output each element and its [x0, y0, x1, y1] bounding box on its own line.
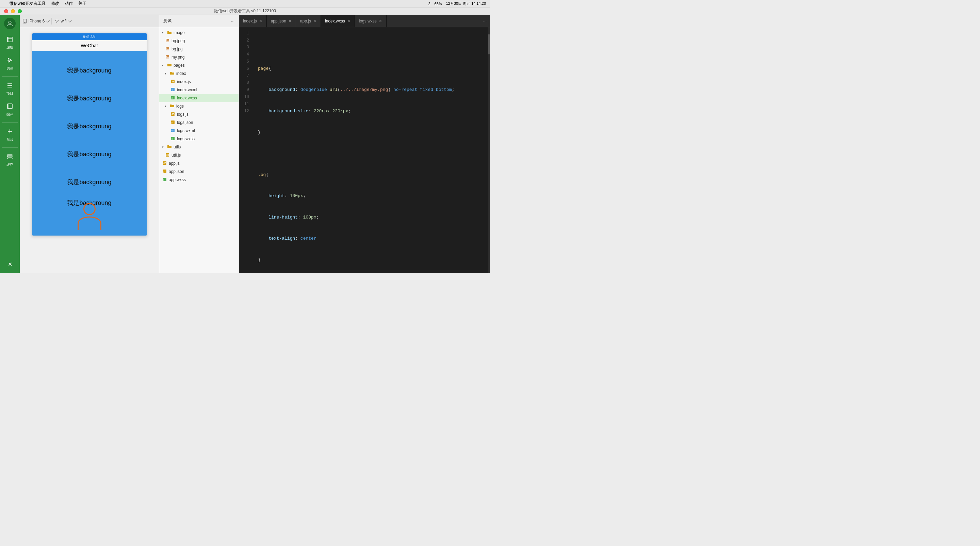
- close-icon: ✕: [8, 261, 12, 267]
- file-tree-more[interactable]: ···: [231, 19, 234, 24]
- tree-file-logswxml[interactable]: </> logs.wxml: [159, 127, 239, 135]
- tree-file-logswxss[interactable]: {} logs.wxss: [159, 135, 239, 143]
- svg-point-0: [8, 21, 11, 24]
- svg-text:</>: </>: [171, 89, 173, 91]
- sidebar-item-close[interactable]: ✕: [0, 258, 20, 270]
- image-icon-2: [165, 47, 170, 52]
- tree-folder-logs[interactable]: ▾ logs: [159, 102, 239, 110]
- tree-label-mypng: my.png: [172, 55, 185, 60]
- tree-file-logsjs[interactable]: JS logs.js: [159, 110, 239, 118]
- tree-file-logsjson[interactable]: {} logs.json: [159, 118, 239, 127]
- sidebar-label-edit: 编辑: [6, 45, 13, 50]
- app-name[interactable]: 微信web开发者工具: [10, 1, 46, 6]
- avatar: [4, 18, 16, 29]
- phone-text-3: 我是backgroung: [67, 122, 111, 131]
- left-sidebar: 编辑 调试 项目: [0, 15, 20, 273]
- device-selector[interactable]: iPhone 6: [22, 19, 49, 24]
- backend-icon: [6, 128, 13, 137]
- tree-file-indexjs[interactable]: JS index.js: [159, 78, 239, 86]
- tree-label-appjson: app.json: [169, 169, 184, 174]
- tree-label-indexwxml: index.wxml: [177, 88, 197, 92]
- code-line-10: text-align: center: [258, 235, 482, 242]
- sidebar-item-edit[interactable]: 编辑: [0, 33, 20, 53]
- tree-file-indexwxss[interactable]: {} index.wxss: [159, 94, 239, 102]
- code-line-9: line-height: 100px;: [258, 214, 482, 221]
- tab-close-indexwxss[interactable]: ✕: [347, 19, 350, 24]
- tree-file-indexwxml[interactable]: </> index.wxml: [159, 86, 239, 94]
- code-line-6: [258, 150, 482, 158]
- phone-text-row-3: 我是backgroung: [32, 112, 147, 140]
- phone-titlebar: WeChat: [32, 40, 147, 51]
- wxml-icon-indexwxml: </>: [170, 88, 176, 92]
- wxss-icon-appwxss: {}: [162, 177, 167, 183]
- datetime: 12月30日 周五 14:14:20: [446, 1, 486, 6]
- sidebar-item-cache[interactable]: 缓存: [0, 150, 20, 170]
- maximize-button[interactable]: [18, 9, 22, 13]
- tab-close-indexjs[interactable]: ✕: [259, 19, 262, 24]
- svg-rect-8: [8, 104, 12, 108]
- menu-edit[interactable]: 修改: [51, 1, 59, 6]
- tree-file-utiljs[interactable]: JS util.js: [159, 151, 239, 159]
- file-tree-title: 测试: [163, 18, 172, 24]
- tab-appjs[interactable]: app.js ✕: [296, 15, 321, 27]
- tree-label-index: index: [176, 71, 186, 76]
- code-line-7: .bg{: [258, 172, 482, 179]
- phone-text-row-2: 我是backgroung: [32, 84, 147, 112]
- tree-label-indexwxss: index.wxss: [177, 96, 197, 100]
- tab-close-appjs[interactable]: ✕: [313, 19, 317, 24]
- sidebar-item-debug[interactable]: 调试: [0, 54, 20, 73]
- window-controls[interactable]: [4, 9, 22, 13]
- tree-file-bgjpeg[interactable]: bg.jpeg: [159, 37, 239, 45]
- network-chevron: [68, 18, 72, 22]
- tree-folder-pages[interactable]: ▾ pages: [159, 61, 239, 70]
- svg-text:{}: {}: [163, 179, 165, 181]
- tab-overflow-menu[interactable]: ···: [480, 19, 490, 24]
- simulator-toolbar: iPhone 6 wifi: [20, 15, 159, 27]
- tab-indexwxss[interactable]: index.wxss ✕: [321, 15, 355, 27]
- menu-about[interactable]: 关于: [78, 1, 86, 6]
- tree-file-mypng[interactable]: my.png: [159, 53, 239, 61]
- tab-logswxss[interactable]: logs.wxss ✕: [355, 15, 387, 27]
- tree-folder-index[interactable]: ▾ index: [159, 70, 239, 78]
- svg-text:JS: JS: [172, 80, 175, 83]
- tree-file-appjson[interactable]: {} app.json: [159, 167, 239, 176]
- editor-scrollbar[interactable]: [488, 27, 490, 273]
- tree-folder-image[interactable]: ▾ image: [159, 29, 239, 37]
- project-icon: [6, 82, 13, 91]
- minimize-button[interactable]: [11, 9, 15, 13]
- ln-1: 1: [239, 30, 249, 37]
- debug-icon: [6, 57, 13, 65]
- code-content[interactable]: page{ background: dodgerblue url(../../i…: [253, 27, 488, 273]
- tab-indexjs[interactable]: index.js ✕: [239, 15, 267, 27]
- tab-close-appjson[interactable]: ✕: [288, 19, 292, 24]
- menu-action[interactable]: 动作: [65, 1, 73, 6]
- tree-file-appwxss[interactable]: {} app.wxss: [159, 176, 239, 184]
- tree-label-pages: pages: [173, 63, 185, 68]
- person-icon: [78, 203, 102, 230]
- tab-close-logswxss[interactable]: ✕: [379, 19, 382, 24]
- expand-pages: ▾: [162, 64, 165, 67]
- tree-file-bgjpg[interactable]: bg.jpg: [159, 45, 239, 53]
- sidebar-divider-3: [2, 147, 18, 148]
- folder-icon-pages: [167, 63, 172, 68]
- tree-label-bgjpg: bg.jpg: [172, 47, 183, 51]
- code-line-4: background-size: 220rpx 220rpx;: [258, 108, 482, 115]
- svg-text:{}: {}: [172, 138, 173, 140]
- sidebar-item-backend[interactable]: 后台: [0, 125, 20, 145]
- tab-appjson[interactable]: app.json ✕: [267, 15, 296, 27]
- tree-label-bgjpeg: bg.jpeg: [172, 38, 185, 43]
- close-button[interactable]: [4, 9, 8, 13]
- js-icon-logsjs: JS: [170, 112, 176, 117]
- sidebar-item-compile[interactable]: 编译: [0, 100, 20, 119]
- tree-file-appjs[interactable]: JS app.js: [159, 159, 239, 167]
- code-line-2: page{: [258, 65, 482, 73]
- svg-rect-1: [8, 37, 12, 42]
- sidebar-item-project[interactable]: 项目: [0, 79, 20, 99]
- code-line-5: }: [258, 129, 482, 136]
- network-selector[interactable]: wifi: [54, 19, 70, 24]
- code-line-11: }: [258, 257, 482, 264]
- tree-folder-utils[interactable]: ▾ utils: [159, 143, 239, 151]
- code-line-8: height: 100px;: [258, 193, 482, 200]
- wifi-icon: [54, 19, 59, 24]
- person-head: [83, 203, 95, 215]
